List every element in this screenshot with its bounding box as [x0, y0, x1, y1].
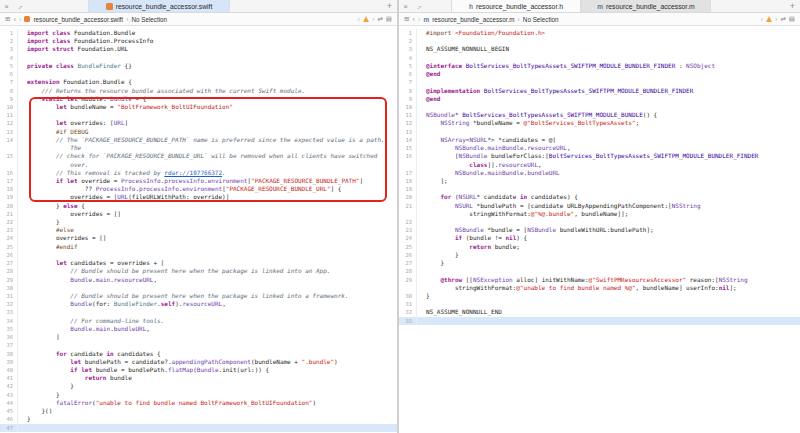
code-line[interactable]: 12 let overrides: [URL]	[0, 119, 397, 127]
code-line[interactable]: 3import struct Foundation.URL	[0, 45, 397, 53]
code-line[interactable]: 9 static let module: Bundle = {	[0, 95, 397, 103]
tab-resource-bundle-accessor-h[interactable]: h resource_bundle_accessor.h	[451, 0, 581, 12]
code-line[interactable]: stringWithFormat:@"unable to find bundle…	[399, 284, 800, 292]
breadcrumb-selection[interactable]: No Selection	[131, 16, 167, 23]
code-line[interactable]: 44 fatalError("unable to find bundle nam…	[0, 399, 397, 407]
add-tab-button[interactable]: +	[790, 2, 795, 11]
code-line[interactable]: 24 overrides = []	[0, 234, 397, 242]
code-line[interactable]: 35 Bundle.main.bundleURL,	[0, 325, 397, 333]
code-line[interactable]: 7	[399, 78, 800, 86]
code-line[interactable]: 17 if let override = ProcessInfo.process…	[0, 177, 397, 185]
next-issue-icon[interactable]: ›	[775, 15, 778, 24]
code-line[interactable]: 26 }	[399, 251, 800, 259]
code-line[interactable]: stringWithFormat:@"%@.bundle", bundleNam…	[399, 210, 800, 218]
breadcrumb-file[interactable]: resource_bundle_accessor.swift	[33, 16, 123, 23]
code-line[interactable]: 28 // Bundle should be present here when…	[0, 267, 397, 275]
code-line[interactable]: 11	[0, 111, 397, 119]
code-line[interactable]: 39 let bundlePath = candidate?.appending…	[0, 358, 397, 366]
code-line[interactable]: 23 NSBundle *bundle = [NSBundle bundleWi…	[399, 226, 800, 234]
code-line[interactable]: 30}	[399, 292, 800, 300]
code-line[interactable]: 11NSBundle* BoltServices_BoltTypesAssets…	[399, 111, 800, 119]
related-items-icon[interactable]: ⊞	[404, 15, 409, 23]
code-line[interactable]: 15 // check for `PACKAGE_RESOURCE_BUNDLE…	[0, 152, 397, 160]
code-line[interactable]: 8@implementation BoltServices_BoltTypesA…	[399, 87, 800, 95]
code-line[interactable]: 41 return bundle	[0, 374, 397, 382]
code-line[interactable]: 14 NSArray<NSURL*> *candidates = @[	[399, 136, 800, 144]
code-line[interactable]: 30	[0, 284, 397, 292]
breadcrumb-selection[interactable]: No Selection	[523, 16, 559, 23]
previous-issue-icon[interactable]: ‹	[760, 15, 763, 24]
warning-icon[interactable]	[363, 16, 369, 22]
code-line[interactable]: 9@end	[399, 95, 800, 103]
code-line[interactable]: 27 let candidates = overrides + [	[0, 259, 397, 267]
code-line[interactable]: 20 } else {	[0, 202, 397, 210]
code-line[interactable]: 5@interface BoltServices_BoltTypesAssets…	[399, 62, 800, 70]
code-line[interactable]: 6@end	[399, 70, 800, 78]
right-code-editor[interactable]: 1#import <Foundation/Foundation.h>23NS_A…	[399, 27, 800, 433]
code-line[interactable]: 42 }	[0, 382, 397, 390]
expand-editor-icon[interactable]: ↔	[412, 0, 425, 12]
code-line[interactable]: 5private class BundleFinder {}	[0, 62, 397, 70]
editor-options-icon[interactable]: ▤	[789, 15, 795, 23]
counterparts-icon[interactable]: ⇄	[780, 15, 785, 23]
code-line[interactable]: 3NS_ASSUME_NONNULL_BEGIN	[399, 45, 800, 53]
code-line[interactable]: 17 NSBundle.mainBundle.bundleURL	[399, 169, 800, 177]
code-line[interactable]: 8 /// Returns the resource bundle associ…	[0, 87, 397, 95]
code-line[interactable]: 28	[399, 267, 800, 275]
editor-options-icon[interactable]: ▤	[386, 15, 392, 23]
code-line[interactable]: 7extension Foundation.Bundle {	[0, 78, 397, 86]
add-tab-button[interactable]: +	[387, 2, 392, 11]
close-editor-icon[interactable]: ×	[0, 0, 13, 12]
code-line[interactable]: 31	[399, 300, 800, 308]
code-line[interactable]: 32NS_ASSUME_NONNULL_END	[399, 308, 800, 316]
code-line[interactable]: 38 for candidate in candidates {	[0, 350, 397, 358]
expand-editor-icon[interactable]: ↔	[13, 0, 26, 12]
breadcrumb-file[interactable]: resource_bundle_accessor.m	[432, 16, 514, 23]
tab-resource-bundle-accessor-swift[interactable]: resource_bundle_accessor.swift	[88, 0, 230, 12]
code-line[interactable]: 13 #if DEBUG	[0, 128, 397, 136]
code-line[interactable]: 24 if (bundle != nil) {	[399, 234, 800, 242]
code-line[interactable]: 19 overrides = [URL(fileURLWithPath: ove…	[0, 193, 397, 201]
code-line[interactable]: 4	[0, 54, 397, 62]
code-line[interactable]: 37	[0, 341, 397, 349]
code-line[interactable]: 34 // For command-line tools.	[0, 317, 397, 325]
code-line[interactable]: class]].resourceURL,	[399, 161, 800, 169]
code-line[interactable]: over.	[0, 161, 397, 169]
code-line[interactable]: 1import class Foundation.Bundle	[0, 29, 397, 37]
code-line[interactable]: 26	[0, 251, 397, 259]
code-line[interactable]: 25 return bundle;	[399, 243, 800, 251]
code-line[interactable]: 19	[399, 185, 800, 193]
back-button[interactable]: ‹	[412, 15, 415, 24]
code-line[interactable]: 29 @throw [[NSException alloc] initWithN…	[399, 276, 800, 284]
code-line[interactable]: 22	[399, 218, 800, 226]
code-line[interactable]: 4	[399, 54, 800, 62]
code-line[interactable]: 21 NSURL *bundlePath = [candidate URLByA…	[399, 202, 800, 210]
code-line[interactable]: 33	[0, 308, 397, 316]
code-line[interactable]: 14 // The `PACKAGE_RESOURCE_BUNDLE_PATH`…	[0, 136, 397, 144]
code-line[interactable]: 15 NSBundle.mainBundle.resourceURL,	[399, 144, 800, 152]
code-line[interactable]: 16 [NSBundle bundleForClass:[BoltService…	[399, 152, 800, 160]
code-line[interactable]: 20 for (NSURL* candidate in candidates) …	[399, 193, 800, 201]
previous-issue-icon[interactable]: ‹	[357, 15, 360, 24]
code-line[interactable]: 21 overrides = []	[0, 210, 397, 218]
current-line[interactable]: 33	[399, 317, 800, 325]
next-issue-icon[interactable]: ›	[372, 15, 375, 24]
forward-button[interactable]: ›	[19, 15, 22, 24]
code-line[interactable]: 46}	[0, 415, 397, 423]
code-line[interactable]: 2import class Foundation.ProcessInfo	[0, 37, 397, 45]
code-line[interactable]: 1#import <Foundation/Foundation.h>	[399, 29, 800, 37]
forward-button[interactable]: ›	[418, 15, 421, 24]
back-button[interactable]: ‹	[13, 15, 16, 24]
code-line[interactable]: 45 }()	[0, 407, 397, 415]
code-line[interactable]: 32 Bundle(for: BundleFinder.self).resour…	[0, 300, 397, 308]
code-line[interactable]: 25 #endif	[0, 243, 397, 251]
code-line[interactable]: 10 let bundleName = "BoltFramework_BoltU…	[0, 103, 397, 111]
code-line[interactable]: 10	[399, 103, 800, 111]
code-line[interactable]: 6	[0, 70, 397, 78]
warning-icon[interactable]	[766, 16, 772, 22]
code-line[interactable]: 40 if let bundle = bundlePath.flatMap(Bu…	[0, 366, 397, 374]
code-line[interactable]: 16 // This removal is tracked by rdar://…	[0, 169, 397, 177]
code-line[interactable]: 23 #else	[0, 226, 397, 234]
current-line[interactable]: 47	[0, 424, 397, 432]
code-line[interactable]: 43 }	[0, 391, 397, 399]
